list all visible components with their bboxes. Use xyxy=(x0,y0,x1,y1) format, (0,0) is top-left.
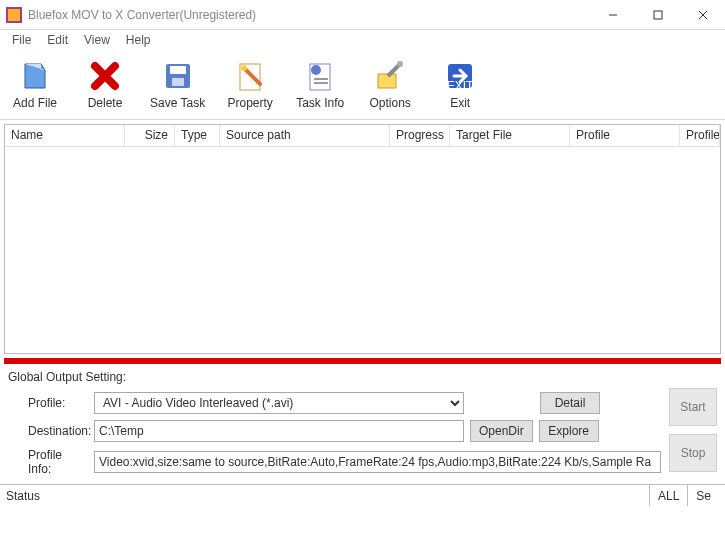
window-buttons xyxy=(590,0,725,29)
menu-file[interactable]: File xyxy=(6,31,37,49)
menu-view[interactable]: View xyxy=(78,31,116,49)
status-label: Status xyxy=(6,489,649,503)
window-title: Bluefox MOV to X Converter(Unregistered) xyxy=(28,8,590,22)
profile-info-field xyxy=(94,451,661,473)
exit-label: Exit xyxy=(450,96,470,110)
task-info-label: Task Info xyxy=(296,96,344,110)
profile-select[interactable]: AVI - Audio Video Interleaved (*.avi) xyxy=(94,392,464,414)
status-se: Se xyxy=(687,485,719,506)
svg-text:EXIT: EXIT xyxy=(447,79,474,92)
explore-button[interactable]: Explore xyxy=(539,420,599,442)
svg-rect-10 xyxy=(172,78,184,86)
options-icon xyxy=(374,60,406,92)
titlebar: Bluefox MOV to X Converter(Unregistered) xyxy=(0,0,725,30)
destination-input[interactable] xyxy=(94,420,464,442)
col-target-file[interactable]: Target File xyxy=(450,125,570,146)
add-file-button[interactable]: Add File xyxy=(10,60,60,110)
col-name[interactable]: Name xyxy=(5,125,125,146)
menu-help[interactable]: Help xyxy=(120,31,157,49)
property-label: Property xyxy=(227,96,272,110)
task-info-button[interactable]: Task Info xyxy=(295,60,345,110)
status-all: ALL xyxy=(649,485,687,506)
save-task-label: Save Task xyxy=(150,96,205,110)
global-output-settings: Global Output Setting: Profile: AVI - Au… xyxy=(0,364,725,484)
profile-info-label: Profile Info: xyxy=(8,448,88,476)
file-list[interactable]: Name Size Type Source path Progress Targ… xyxy=(4,124,721,354)
col-progress[interactable]: Progress xyxy=(390,125,450,146)
close-button[interactable] xyxy=(680,0,725,29)
delete-icon xyxy=(89,60,121,92)
options-label: Options xyxy=(369,96,410,110)
col-profile[interactable]: Profile xyxy=(570,125,680,146)
exit-icon: EXIT xyxy=(444,60,476,92)
toolbar: Add File Delete Save Task Property Task … xyxy=(0,50,725,120)
action-buttons: Start Stop xyxy=(669,370,717,476)
maximize-button[interactable] xyxy=(635,0,680,29)
save-task-button[interactable]: Save Task xyxy=(150,60,205,110)
opendir-button[interactable]: OpenDir xyxy=(470,420,533,442)
task-info-icon xyxy=(304,60,336,92)
svg-rect-15 xyxy=(314,78,328,80)
svg-point-14 xyxy=(311,65,321,75)
app-icon xyxy=(6,7,22,23)
profile-label: Profile: xyxy=(8,396,88,410)
svg-rect-17 xyxy=(378,74,396,88)
list-body[interactable] xyxy=(5,147,720,353)
options-button[interactable]: Options xyxy=(365,60,415,110)
destination-label: Destination: xyxy=(8,424,88,438)
start-button[interactable]: Start xyxy=(669,388,717,426)
add-file-label: Add File xyxy=(13,96,57,110)
stop-button[interactable]: Stop xyxy=(669,434,717,472)
svg-marker-6 xyxy=(25,64,45,88)
svg-rect-3 xyxy=(654,11,662,19)
col-source-path[interactable]: Source path xyxy=(220,125,390,146)
svg-rect-1 xyxy=(8,9,20,21)
detail-button[interactable]: Detail xyxy=(540,392,600,414)
col-type[interactable]: Type xyxy=(175,125,220,146)
save-icon xyxy=(162,60,194,92)
statusbar: Status ALL Se xyxy=(0,484,725,506)
property-button[interactable]: Property xyxy=(225,60,275,110)
svg-rect-16 xyxy=(314,82,328,84)
exit-button[interactable]: EXIT Exit xyxy=(435,60,485,110)
property-icon xyxy=(234,60,266,92)
menu-edit[interactable]: Edit xyxy=(41,31,74,49)
delete-button[interactable]: Delete xyxy=(80,60,130,110)
col-profile-i[interactable]: Profile I xyxy=(680,125,720,146)
menubar: File Edit View Help xyxy=(0,30,725,50)
svg-point-12 xyxy=(241,65,247,71)
col-size[interactable]: Size xyxy=(125,125,175,146)
settings-title: Global Output Setting: xyxy=(8,370,661,384)
list-header: Name Size Type Source path Progress Targ… xyxy=(5,125,720,147)
svg-rect-9 xyxy=(170,66,186,74)
minimize-button[interactable] xyxy=(590,0,635,29)
delete-label: Delete xyxy=(88,96,123,110)
svg-point-18 xyxy=(397,61,403,67)
add-file-icon xyxy=(19,60,51,92)
